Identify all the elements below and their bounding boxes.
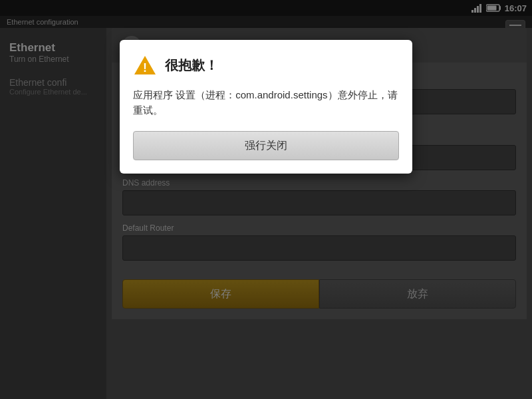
warning-icon: ! (133, 53, 157, 77)
force-close-button[interactable]: 强行关闭 (133, 131, 399, 160)
alert-overlay: ! 很抱歉！ 应用程序 设置（进程：com.android.settings）意… (0, 0, 532, 399)
svg-text:!: ! (143, 61, 147, 74)
alert-button-row: 强行关闭 (133, 131, 399, 160)
alert-dialog: ! 很抱歉！ 应用程序 设置（进程：com.android.settings）意… (120, 40, 412, 174)
alert-title: 很抱歉！ (165, 57, 218, 74)
alert-message: 应用程序 设置（进程：com.android.settings）意外停止，请重试… (133, 88, 399, 118)
alert-header: ! 很抱歉！ (133, 53, 399, 77)
